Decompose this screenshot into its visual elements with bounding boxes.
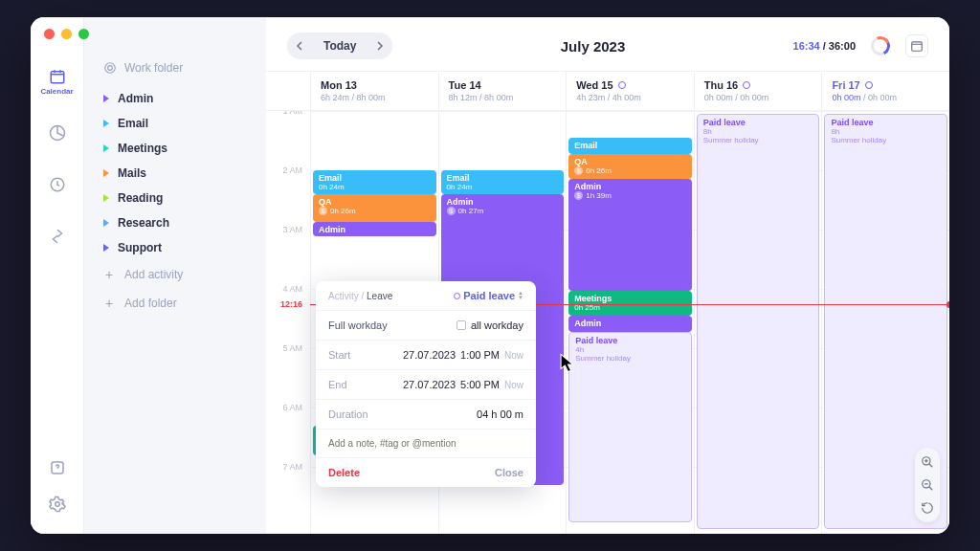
calendar-event[interactable]: Email0h 24m	[313, 170, 436, 194]
zoom-out-button[interactable]	[919, 476, 936, 494]
triangle-icon	[103, 120, 109, 127]
calendar-event[interactable]: Admin$1h 39m	[568, 179, 692, 291]
day-column[interactable]: Paid leave8hSummer holiday	[694, 111, 822, 534]
hour-label: 6 AM	[282, 403, 302, 412]
triangle-icon	[103, 144, 109, 152]
calendar-body: 1 AM2 AM3 AM4 AM5 AM6 AM7 AM12:16 Email0…	[266, 111, 949, 534]
month-title: July 2023	[406, 38, 779, 55]
leave-type-selector[interactable]: Paid leave ▲▼	[454, 290, 523, 301]
calendar-event[interactable]: Paid leave8hSummer holiday	[697, 114, 820, 529]
sidebar-item-reading[interactable]: Reading	[94, 186, 256, 210]
billable-icon: $	[319, 207, 327, 215]
today-button[interactable]: Today	[314, 39, 366, 53]
calendar-small-icon	[910, 39, 924, 53]
next-button[interactable]	[366, 33, 392, 59]
calendar-event[interactable]: QA$0h 26m	[313, 194, 436, 222]
help-icon	[49, 459, 66, 476]
zoom-in-button[interactable]	[919, 453, 936, 471]
svg-rect-0	[51, 71, 64, 82]
calendar-event[interactable]: Email	[568, 138, 692, 154]
calendar-event[interactable]: Meetings0h 25m	[568, 291, 692, 316]
duration-value[interactable]: 04 h 00 m	[477, 408, 523, 420]
day-indicator-icon	[743, 81, 750, 89]
day-header[interactable]: Thu 160h 00m / 0h 00m	[694, 72, 822, 110]
minimize-window-button[interactable]	[61, 29, 72, 39]
zoom-in-icon	[921, 455, 934, 469]
day-header[interactable]: Wed 154h 23m / 4h 00m	[566, 72, 694, 110]
note-input[interactable]	[328, 438, 523, 449]
day-header[interactable]: Fri 170h 00m / 0h 00m	[821, 72, 949, 110]
day-column[interactable]: EmailQA$0h 26mAdmin$1h 39mMeetings0h 25m…	[566, 111, 694, 534]
billable-icon: $	[447, 207, 456, 215]
sidebar-item-meetings[interactable]: Meetings	[94, 136, 256, 161]
triangle-icon	[103, 95, 109, 102]
progress-indicator[interactable]	[869, 34, 892, 57]
sidebar-item-admin[interactable]: Admin	[94, 86, 256, 111]
piechart-icon	[49, 124, 66, 142]
calendar-event[interactable]: QA$0h 26m	[568, 154, 692, 179]
chevron-left-icon	[296, 41, 305, 51]
iconbar-help[interactable]	[38, 455, 77, 480]
calendar-view-button[interactable]	[905, 34, 928, 57]
iconbar-calendar[interactable]: Calendar	[38, 57, 77, 105]
day-indicator-icon	[865, 81, 873, 89]
triangle-icon	[103, 194, 109, 202]
sidebar-item-label: Support	[118, 241, 162, 254]
sidebar-folder-header[interactable]: Work folder	[94, 55, 256, 80]
circle-icon	[454, 293, 460, 299]
day-header[interactable]: Mon 136h 24m / 8h 00m	[310, 72, 438, 110]
end-time-input[interactable]: 5:00 PM	[460, 379, 500, 390]
event-editor-popup: Activity / Leave Paid leave ▲▼ Full work…	[316, 281, 536, 487]
gear-icon	[49, 496, 66, 513]
transfer-icon	[49, 228, 66, 245]
folder-label: Work folder	[124, 61, 183, 75]
iconbar-time[interactable]	[38, 161, 77, 209]
target-icon	[103, 61, 117, 75]
day-indicator-icon	[618, 81, 626, 89]
sidebar-item-label: Research	[118, 216, 169, 230]
calendar-event[interactable]: Paid leave4hSummer holiday	[568, 332, 692, 521]
iconbar-reports[interactable]	[38, 109, 77, 157]
svg-point-4	[55, 502, 59, 507]
hour-label: 3 AM	[282, 225, 302, 234]
calendar-event[interactable]: Admin	[313, 222, 436, 237]
chevron-right-icon	[374, 41, 384, 51]
iconbar-settings[interactable]	[38, 492, 77, 517]
close-window-button[interactable]	[44, 29, 55, 39]
start-time-input[interactable]: 1:00 PM	[460, 349, 500, 361]
calendar-event[interactable]: Admin	[568, 316, 692, 332]
sidebar-item-support[interactable]: Support	[94, 235, 256, 260]
close-button[interactable]: Close	[495, 467, 523, 478]
billable-icon: $	[574, 166, 583, 175]
topbar: Today July 2023 16:34 / 36:00	[266, 17, 949, 71]
maximize-window-button[interactable]	[78, 29, 89, 39]
iconbar-label: Calendar	[40, 87, 73, 96]
iconbar-sync[interactable]	[38, 212, 77, 260]
calendar-event[interactable]: Email0h 24m	[441, 170, 565, 194]
zoom-reset-button[interactable]	[919, 499, 936, 517]
day-header[interactable]: Tue 148h 12m / 8h 00m	[438, 72, 567, 110]
start-date-input[interactable]: 27.07.2023	[403, 349, 456, 361]
iconbar: Calendar	[31, 17, 84, 534]
sidebar-item-research[interactable]: Research	[94, 210, 256, 235]
prev-button[interactable]	[287, 33, 314, 59]
triangle-icon	[103, 219, 109, 227]
end-date-input[interactable]: 27.07.2023	[403, 379, 456, 390]
allday-checkbox[interactable]	[457, 320, 466, 330]
start-now-button[interactable]: Now	[504, 350, 523, 361]
add-folder-button[interactable]: +Add folder	[94, 289, 256, 318]
sidebar-item-mails[interactable]: Mails	[94, 161, 256, 186]
sidebar-item-email[interactable]: Email	[94, 111, 256, 136]
sidebar: Work folder AdminEmailMeetingsMailsReadi…	[84, 17, 266, 534]
hours-column: 1 AM2 AM3 AM4 AM5 AM6 AM7 AM12:16	[266, 111, 310, 534]
sidebar-item-label: Meetings	[118, 142, 167, 155]
hour-label: 7 AM	[282, 462, 302, 472]
delete-button[interactable]: Delete	[328, 467, 360, 478]
hour-label: 2 AM	[282, 165, 302, 175]
sidebar-item-label: Admin	[118, 92, 153, 105]
add-activity-button[interactable]: +Add activity	[94, 260, 256, 289]
calendar-icon	[49, 68, 66, 85]
reset-icon	[921, 501, 934, 515]
popup-breadcrumb: Activity / Leave	[328, 291, 392, 301]
end-now-button[interactable]: Now	[504, 380, 523, 390]
